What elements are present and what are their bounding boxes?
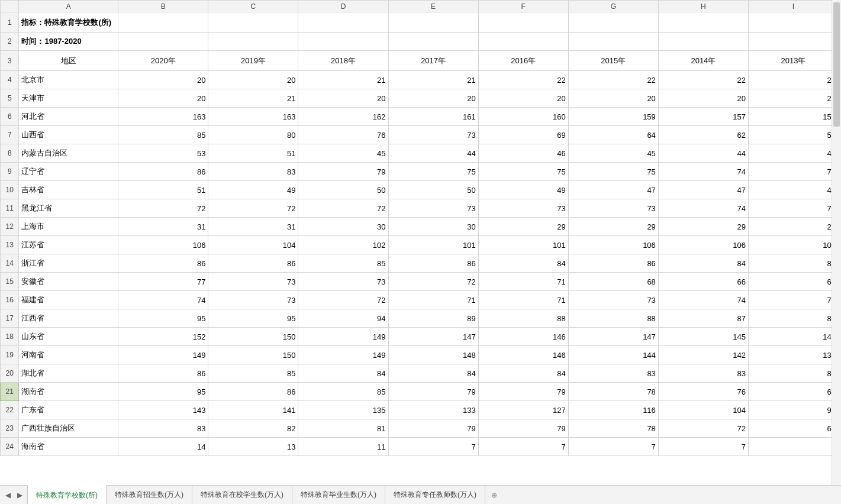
value-cell[interactable]: 44 (388, 144, 478, 163)
col-header-F[interactable]: F (478, 1, 568, 12)
value-cell[interactable]: 20 (658, 89, 748, 108)
value-cell[interactable]: 88 (568, 309, 658, 328)
row-header[interactable]: 24 (1, 438, 19, 456)
cell[interactable] (208, 12, 298, 33)
value-cell[interactable]: 147 (568, 328, 658, 346)
row-header[interactable]: 8 (1, 144, 19, 163)
value-cell[interactable]: 159 (568, 108, 658, 126)
row-header[interactable]: 2 (1, 33, 19, 51)
value-cell[interactable]: 73 (748, 291, 838, 309)
header-year[interactable]: 2013年 (748, 51, 838, 71)
value-cell[interactable]: 104 (658, 401, 748, 419)
value-cell[interactable]: 150 (208, 328, 298, 346)
value-cell[interactable]: 78 (568, 383, 658, 401)
value-cell[interactable]: 31 (118, 218, 208, 236)
value-cell[interactable]: 51 (118, 181, 208, 199)
value-cell[interactable]: 84 (478, 364, 568, 383)
value-cell[interactable]: 143 (118, 401, 208, 419)
row-header[interactable]: 20 (1, 364, 19, 383)
value-cell[interactable]: 7 (658, 438, 748, 456)
region-cell[interactable]: 湖北省 (19, 364, 118, 383)
value-cell[interactable]: 141 (208, 401, 298, 419)
row-header[interactable]: 1 (1, 12, 19, 33)
value-cell[interactable]: 79 (478, 419, 568, 438)
value-cell[interactable]: 13 (208, 438, 298, 456)
col-header-H[interactable]: H (658, 1, 748, 12)
value-cell[interactable]: 89 (388, 309, 478, 328)
time-range-cell[interactable]: 时间：1987-2020 (19, 33, 118, 51)
row-header[interactable]: 23 (1, 419, 19, 438)
region-cell[interactable]: 江西省 (19, 309, 118, 328)
region-cell[interactable]: 广东省 (19, 401, 118, 419)
vertical-scrollbar[interactable] (832, 0, 841, 485)
value-cell[interactable]: 21 (208, 89, 298, 108)
value-cell[interactable]: 20 (388, 89, 478, 108)
value-cell[interactable]: 47 (568, 181, 658, 199)
cell[interactable] (208, 33, 298, 51)
header-year[interactable]: 2018年 (298, 51, 388, 71)
value-cell[interactable]: 137 (748, 346, 838, 364)
value-cell[interactable]: 76 (298, 126, 388, 144)
header-region[interactable]: 地区 (19, 51, 118, 71)
value-cell[interactable]: 49 (478, 181, 568, 199)
vertical-scroll-thumb[interactable] (833, 2, 840, 127)
row-header[interactable]: 9 (1, 163, 19, 181)
sheet-tab[interactable]: 特殊教育专任教师数(万人) (385, 486, 485, 504)
value-cell[interactable]: 147 (388, 328, 478, 346)
value-cell[interactable]: 73 (208, 291, 298, 309)
value-cell[interactable]: 85 (118, 126, 208, 144)
sheet-tab[interactable]: 特殊教育学校数(所) (27, 485, 107, 504)
value-cell[interactable]: 50 (298, 181, 388, 199)
value-cell[interactable]: 69 (748, 383, 838, 401)
value-cell[interactable]: 7 (478, 438, 568, 456)
value-cell[interactable]: 74 (658, 163, 748, 181)
row-header[interactable]: 19 (1, 346, 19, 364)
value-cell[interactable]: 73 (388, 199, 478, 218)
cell[interactable] (388, 12, 478, 33)
value-cell[interactable]: 73 (298, 273, 388, 291)
value-cell[interactable]: 86 (208, 383, 298, 401)
value-cell[interactable]: 66 (658, 273, 748, 291)
value-cell[interactable]: 86 (208, 254, 298, 273)
value-cell[interactable]: 22 (478, 71, 568, 89)
value-cell[interactable]: 11 (298, 438, 388, 456)
value-cell[interactable]: 7 (568, 438, 658, 456)
value-cell[interactable]: 75 (388, 163, 478, 181)
value-cell[interactable]: 7 (388, 438, 478, 456)
col-header-A[interactable]: A (19, 1, 118, 12)
region-cell[interactable]: 山东省 (19, 328, 118, 346)
value-cell[interactable]: 72 (388, 273, 478, 291)
value-cell[interactable]: 86 (118, 254, 208, 273)
region-cell[interactable]: 北京市 (19, 71, 118, 89)
value-cell[interactable]: 106 (568, 236, 658, 254)
value-cell[interactable]: 135 (298, 401, 388, 419)
sheet-tab[interactable]: 特殊教育毕业生数(万人) (292, 486, 385, 504)
value-cell[interactable]: 44 (658, 144, 748, 163)
cell[interactable] (658, 12, 748, 33)
value-cell[interactable]: 29 (568, 218, 658, 236)
col-header-I[interactable]: I (748, 1, 838, 12)
value-cell[interactable]: 95 (208, 309, 298, 328)
value-cell[interactable]: 146 (478, 346, 568, 364)
value-cell[interactable]: 45 (298, 144, 388, 163)
value-cell[interactable]: 72 (208, 199, 298, 218)
value-cell[interactable]: 150 (208, 346, 298, 364)
value-cell[interactable]: 53 (118, 144, 208, 163)
value-cell[interactable]: 50 (388, 181, 478, 199)
value-cell[interactable]: 88 (478, 309, 568, 328)
value-cell[interactable]: 71 (478, 273, 568, 291)
value-cell[interactable]: 86 (118, 163, 208, 181)
value-cell[interactable]: 104 (208, 236, 298, 254)
value-cell[interactable]: 72 (298, 291, 388, 309)
value-cell[interactable]: 20 (208, 71, 298, 89)
select-all-corner[interactable] (1, 1, 19, 12)
value-cell[interactable]: 157 (658, 108, 748, 126)
value-cell[interactable]: 22 (568, 71, 658, 89)
add-sheet-button[interactable]: ⊕ (485, 486, 503, 504)
cell[interactable] (478, 12, 568, 33)
cell[interactable] (748, 12, 838, 33)
value-cell[interactable]: 95 (118, 309, 208, 328)
value-cell[interactable]: 146 (478, 328, 568, 346)
value-cell[interactable]: 73 (478, 199, 568, 218)
value-cell[interactable]: 86 (568, 254, 658, 273)
